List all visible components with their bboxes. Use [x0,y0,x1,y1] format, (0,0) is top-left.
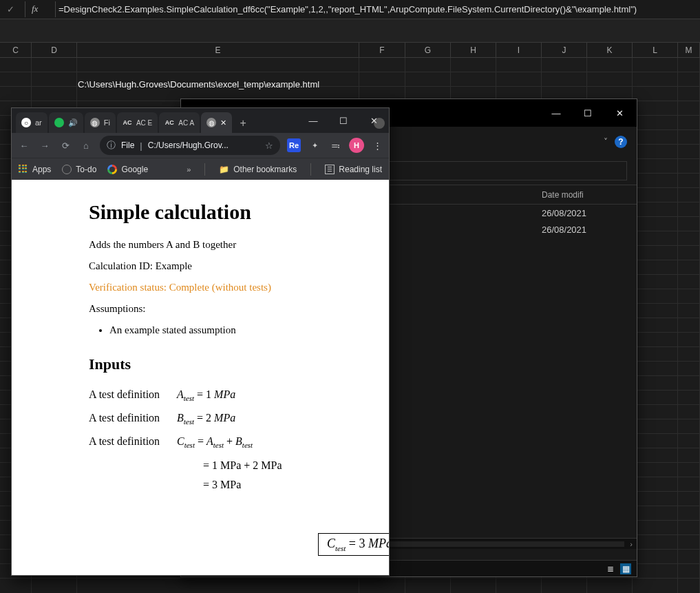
browser-window-controls: — ☐ ✕ [298,108,389,133]
sidepanel-icon[interactable]: ≕ [328,138,342,152]
bookmark-label: Other bookmarks [233,165,297,174]
bookmarks-overflow-icon[interactable]: » [187,165,191,174]
definition-label: A test definition [89,435,170,448]
browser-menu-icon[interactable]: ⋮ [371,141,383,151]
profile-avatar[interactable]: H [349,138,364,153]
omnibox[interactable]: ⓘ File | C:/Users/Hugh.Grov... ☆ [100,136,280,155]
browser-window: ○ar 🔊 ◍Fi ACAC E ACAC A ◍✕ + — ☐ ✕ ← → ⟳… [11,107,390,576]
cell-value[interactable]: C:\Users\Hugh.Groves\Documents\excel_tem… [78,79,319,90]
bookmark-star-icon[interactable]: ☆ [265,141,273,151]
apps-icon [19,165,28,174]
fx-label[interactable]: fx [32,3,38,14]
calc-result-line: = 3 MPa [203,479,368,491]
apps-label: Apps [32,165,51,174]
url-prefix: File [121,141,134,150]
tab-label: ar [35,118,42,127]
extensions-icon[interactable]: ✦ [308,138,321,152]
bookmark-google[interactable]: Google [107,165,148,174]
url-sep: | [140,141,142,151]
ac-icon: AC [165,118,174,127]
verification-status: Verification status: Complete (without t… [89,282,368,293]
result-box: Ctest = 3 MPa [318,533,389,556]
other-bookmarks[interactable]: 📁Other bookmarks [219,165,297,174]
apps-button[interactable]: Apps [19,165,51,174]
page-desc: Adds the numbers A and B together [89,239,368,251]
tab-label: Fi [104,118,110,127]
globe-icon: ◍ [206,118,216,127]
explorer-close-button[interactable]: ✕ [604,103,635,123]
col-L[interactable]: L [633,43,678,57]
explorer-minimize-button[interactable]: — [540,103,572,123]
bookmark-label: To-do [76,165,96,174]
folder-icon: 📁 [219,165,229,174]
page-content: Simple calculation Adds the numbers A an… [12,180,389,575]
assumptions-label: Assumptions: [89,303,368,315]
forward-button[interactable]: → [38,141,52,151]
ac-icon: AC [123,118,132,127]
formula-bar: ✓ fx =DesignCheck2.Examples.SimpleCalcul… [0,0,700,19]
browser-address-bar: ← → ⟳ ⌂ ⓘ File | C:/Users/Hugh.Grov... ☆… [12,133,389,158]
home-button[interactable]: ⌂ [79,141,93,151]
file-date: 26/08/2021 [542,225,624,235]
reading-list-icon [325,165,335,174]
inputs-heading: Inputs [89,355,368,373]
browser-tab[interactable]: ACAC A [159,112,200,133]
help-icon[interactable]: ? [615,136,627,148]
col-E[interactable]: E [77,43,359,57]
new-tab-button[interactable]: + [233,114,253,133]
browser-tab-active[interactable]: ◍✕ [201,112,232,133]
spotify-icon [54,118,64,127]
back-button[interactable]: ← [17,141,31,151]
formula-input[interactable]: =DesignCheck2.Examples.SimpleCalculation… [59,4,637,14]
browser-tab[interactable]: ACAC E [117,112,158,133]
browser-minimize-button[interactable]: — [298,108,328,133]
col-G[interactable]: G [405,43,451,57]
speaker-icon: 🔊 [68,118,78,127]
browser-close-button[interactable]: ✕ [359,108,389,133]
col-H[interactable]: H [451,43,496,57]
col-F[interactable]: F [359,43,405,57]
column-date[interactable]: Date modifi [542,190,624,200]
definition-label: A test definition [89,412,170,424]
col-M[interactable]: M [678,43,700,57]
explorer-maximize-button[interactable]: ☐ [572,103,604,123]
bookmark-label: Reading list [339,165,382,174]
browser-tab[interactable]: ○ar [16,112,47,133]
tab-label: AC A [178,119,194,127]
assumption-item: An example stated assumption [109,324,368,336]
reading-list[interactable]: Reading list [325,165,382,174]
view-tiles-icon[interactable]: ▦ [620,563,631,574]
reload-button[interactable]: ⟳ [59,141,72,151]
col-I[interactable]: I [496,43,542,57]
view-details-icon[interactable]: ≣ [605,563,616,574]
ribbon-placeholder [0,19,700,43]
tab-label: AC E [136,119,152,127]
site-info-icon[interactable]: ⓘ [107,139,116,152]
circle-icon [62,165,72,174]
input-b: A test definition Btest = 2 MPa [89,412,368,426]
definition-label: A test definition [89,388,170,401]
browser-maximize-button[interactable]: ☐ [328,108,359,133]
calc-step: = 1 MPa + 2 MPa [203,459,368,472]
github-icon: ○ [21,118,31,127]
bookmark-label: Google [121,165,148,174]
tab-close-icon[interactable]: ✕ [220,118,226,127]
google-icon [107,165,117,174]
input-a: A test definition Atest = 1 MPa [89,388,368,402]
bookmark-todo[interactable]: To-do [62,165,96,174]
calc-id: Calculation ID: Example [89,260,368,272]
browser-tab[interactable]: 🔊 [49,112,83,133]
col-J[interactable]: J [542,43,587,57]
col-K[interactable]: K [587,43,633,57]
scroll-right-icon[interactable]: › [626,540,637,548]
ribbon-chevron-icon[interactable]: ˅ [604,137,608,147]
input-c: A test definition Ctest = Atest + Btest [89,435,368,449]
bookmarks-bar: Apps To-do Google » 📁Other bookmarks Rea… [12,158,389,180]
browser-tab[interactable]: ◍Fi [85,112,116,133]
col-C[interactable]: C [0,43,32,57]
extension-re[interactable]: Re [287,138,301,152]
formula-accept-icon[interactable]: ✓ [7,4,14,14]
column-headers: C D E F G H I J K L M [0,43,700,58]
url-text: C:/Users/Hugh.Grov... [148,141,229,150]
col-D[interactable]: D [32,43,77,57]
